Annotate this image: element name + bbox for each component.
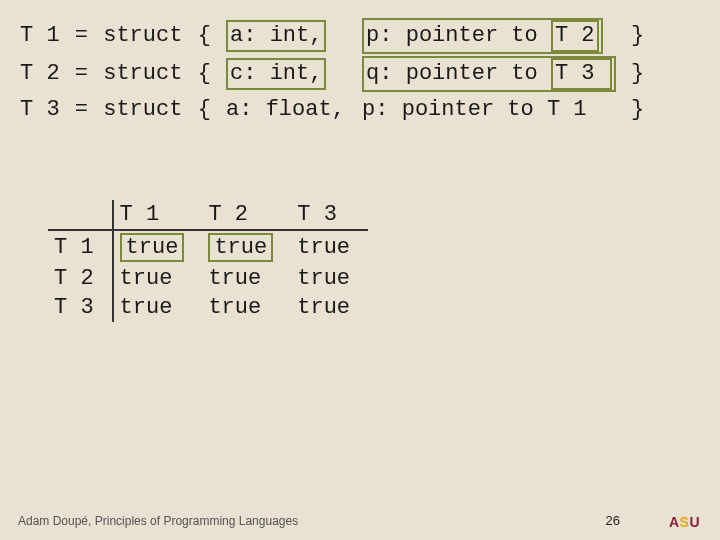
matrix-row: T 2 true true true (48, 264, 368, 293)
matrix-row: T 3 true true true (48, 293, 368, 322)
def-kw: struct (103, 56, 182, 92)
def-open: { (184, 18, 224, 54)
row-header: T 3 (48, 293, 113, 322)
def-lhs: T 2 (20, 56, 60, 92)
def-eq: = (62, 94, 102, 126)
row-header: T 1 (48, 230, 113, 264)
def-mid (347, 18, 360, 54)
logo-letter: A (669, 514, 680, 530)
matrix-cell: true (291, 293, 368, 322)
row-header: T 2 (48, 264, 113, 293)
field-box: c: int, (226, 58, 326, 90)
logo-letter: U (689, 514, 700, 530)
field-box: q: pointer to T 3 (362, 56, 616, 92)
matrix-cell: true (113, 293, 203, 322)
col-header: T 3 (291, 200, 368, 230)
def-close: } (618, 56, 644, 92)
def-row: T 2 = struct { c: int, q: pointer to T 3… (20, 56, 644, 92)
cell-highlight: true (208, 233, 273, 262)
type-ref-box: T 2 (551, 20, 599, 52)
def-mid (347, 56, 360, 92)
def-field1: c: int, (226, 56, 345, 92)
matrix-cell: true (202, 230, 291, 264)
def-kw: struct (103, 18, 182, 54)
equivalence-matrix: T 1 T 2 T 3 T 1 true true true T 2 true … (48, 200, 368, 322)
col-header: T 1 (113, 200, 203, 230)
logo-letter: S (680, 514, 690, 530)
col-header: T 2 (202, 200, 291, 230)
page-number: 26 (606, 513, 620, 528)
def-close: } (618, 18, 644, 54)
def-eq: = (62, 56, 102, 92)
matrix-cell: true (202, 293, 291, 322)
type-ref-box: T 3 (551, 58, 612, 90)
def-row: T 3 = struct { a: float, p: pointer to T… (20, 94, 644, 126)
type-definitions: T 1 = struct { a: int, p: pointer to T 2… (18, 16, 646, 128)
matrix-corner (48, 200, 113, 230)
def-field1: a: int, (226, 18, 345, 54)
def-lhs: T 1 (20, 18, 60, 54)
def-open: { (184, 94, 224, 126)
asu-logo: ASU (669, 514, 700, 530)
def-kw: struct (103, 94, 182, 126)
def-close: } (618, 94, 644, 126)
matrix-row: T 1 true true true (48, 230, 368, 264)
field-box: p: pointer to T 2 (362, 18, 602, 54)
matrix-cell: true (291, 230, 368, 264)
def-row: T 1 = struct { a: int, p: pointer to T 2… (20, 18, 644, 54)
def-field2: q: pointer to T 3 (362, 56, 616, 92)
def-lhs: T 3 (20, 94, 60, 126)
def-mid (347, 94, 360, 126)
def-open: { (184, 56, 224, 92)
def-eq: = (62, 18, 102, 54)
footer-credit: Adam Doupé, Principles of Programming La… (18, 514, 298, 528)
field-box: a: int, (226, 20, 326, 52)
cell-highlight: true (120, 233, 185, 262)
matrix-cell: true (291, 264, 368, 293)
def-field2: p: pointer to T 2 (362, 18, 616, 54)
matrix-cell: true (202, 264, 291, 293)
def-field1: a: float, (226, 94, 345, 126)
matrix-cell: true (113, 230, 203, 264)
matrix-cell: true (113, 264, 203, 293)
def-field2: p: pointer to T 1 (362, 94, 616, 126)
